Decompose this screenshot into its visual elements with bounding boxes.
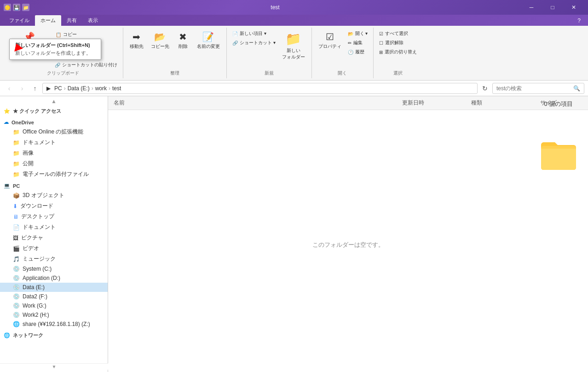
sidebar-item-attachments-od[interactable]: 📁 電子メールの添付ファイル [0, 169, 108, 180]
breadcrumb-sep-1: › [64, 85, 66, 92]
ribbon-group-open: ☑ プロパティ 📂 開く ▾ ✏ 編集 🕐 履歴 [312, 28, 374, 78]
maximize-button[interactable]: □ [542, 0, 563, 15]
sidebar-scroll-down[interactable]: ▼ [0, 363, 108, 370]
3d-icon: 📦 [13, 192, 20, 199]
new-folder-button[interactable]: 📁 新しいフォルダー [279, 29, 308, 62]
folder-icon-4: 📁 [13, 171, 20, 178]
move-button[interactable]: ➡ 移動先 [127, 29, 146, 52]
sidebar-item-desktop[interactable]: 🖥 デスクトップ [0, 211, 108, 222]
sidebar-item-data2-f[interactable]: 💿 Data2 (F:) [0, 292, 108, 301]
edit-icon: ✏ [348, 41, 352, 46]
network-icon: 🌐 [4, 332, 10, 338]
rename-button[interactable]: 📝 名前の変更 [194, 29, 223, 52]
breadcrumb-item-3[interactable]: work [95, 85, 107, 92]
sidebar-item-music[interactable]: 🎵 ミュージック [0, 254, 108, 264]
tab-file[interactable]: ファイル [4, 15, 35, 26]
select-none-button[interactable]: ☐ 選択解除 [377, 39, 419, 47]
select-all-button[interactable]: ☑ すべて選択 [377, 29, 419, 38]
copy-to-button[interactable]: 📂 コピー先 [148, 29, 172, 52]
edit-button[interactable]: ✏ 編集 [346, 39, 370, 47]
sidebar-scroll-up[interactable]: ▲ [0, 98, 108, 105]
refresh-button[interactable]: ↻ [479, 83, 490, 94]
search-box[interactable]: 🔍 [492, 83, 584, 94]
pc-icon: 💻 [4, 183, 10, 189]
sidebar-item-videos[interactable]: 🎬 ビデオ [0, 243, 108, 254]
onedrive-item-0: Office Online の拡張機能 [23, 128, 83, 136]
sidebar-item-work-g[interactable]: 💿 Work (G:) [0, 301, 108, 310]
breadcrumb-item-1[interactable]: PC [54, 85, 62, 92]
sidebar-item-data-e[interactable]: 💿 Data (E:) [0, 283, 108, 292]
new-item-button[interactable]: 📄 新しい項目 ▾ [231, 29, 277, 38]
sidebar-item-3d[interactable]: 📦 3D オブジェクト [0, 190, 108, 201]
copy-button[interactable]: 📋 コピー [53, 29, 119, 40]
new-items: 📄 新しい項目 ▾ 🔗 ショートカット ▾ 📁 新しいフォルダー [231, 29, 308, 69]
properties-label: プロパティ [318, 43, 341, 50]
sidebar-item-downloads[interactable]: ⬇ ダウンロード [0, 201, 108, 211]
sidebar-item-pictures-od[interactable]: 📁 画像 [0, 148, 108, 158]
properties-button[interactable]: ☑ プロパティ [316, 29, 344, 52]
col-header-type[interactable]: 種類 [469, 98, 538, 108]
copy-label: コピー [63, 31, 77, 38]
sidebar-item-pictures-pc[interactable]: 🖼 ピクチャ [0, 232, 108, 243]
ribbon-tab-bar: ファイル ホーム 共有 表示 ? [0, 15, 588, 26]
onedrive-item-2: 画像 [23, 149, 34, 157]
sidebar-item-share-z[interactable]: 🌐 share (¥¥192.168.1.18) (Z:) [0, 320, 108, 329]
sidebar-item-work2-h[interactable]: 💿 Work2 (H:) [0, 310, 108, 320]
delete-icon: ✖ [179, 31, 187, 42]
pc-item-0: 3D オブジェクト [23, 192, 64, 199]
col-header-name[interactable]: 名前 [112, 98, 400, 108]
breadcrumb-item-2[interactable]: Data (E:) [68, 85, 90, 92]
new-label: 新規 [265, 69, 274, 76]
breadcrumb-item-4[interactable]: test [112, 85, 121, 92]
forward-button[interactable]: › [17, 83, 28, 94]
select-none-label: 選択解除 [385, 40, 404, 46]
sidebar-quick-access[interactable]: ⭐ ★ クイック アクセス [0, 106, 108, 116]
pc-item-7: System (C:) [23, 266, 52, 272]
shortcut-button[interactable]: 🔗 ショートカット ▾ [231, 39, 277, 47]
tab-share[interactable]: 共有 [61, 15, 82, 26]
shortcut-paste-button[interactable]: 🔗 ショートカットの貼り付け [53, 61, 119, 69]
desktop-icon: 🖥 [13, 214, 18, 220]
history-button[interactable]: 🕐 履歴 [346, 48, 370, 56]
ribbon-help-button[interactable]: ? [574, 16, 584, 26]
up-button[interactable]: ↑ [29, 83, 40, 94]
sidebar-item-office-online[interactable]: 📁 Office Online の拡張機能 [0, 127, 108, 137]
onedrive-icon: ☁ [4, 119, 9, 125]
invert-icon: ⊞ [379, 50, 383, 55]
edit-label: 編集 [353, 40, 363, 46]
properties-icon: ☑ [326, 31, 334, 42]
back-button[interactable]: ‹ [4, 83, 15, 94]
sidebar-item-documents-od[interactable]: 📁 ドキュメント [0, 137, 108, 148]
new-item-icon: 📄 [232, 31, 238, 36]
music-icon: 🎵 [13, 256, 20, 262]
invert-button[interactable]: ⊞ 選択の切り替え [377, 48, 419, 56]
sidebar-onedrive[interactable]: ☁ OneDrive [0, 118, 108, 127]
close-button[interactable]: ✕ [563, 0, 584, 15]
ribbon-group-new: 📄 新しい項目 ▾ 🔗 ショートカット ▾ 📁 新しいフォルダー 新規 [227, 28, 312, 78]
breadcrumb[interactable]: ▶ PC › Data (E:) › work › test [42, 83, 478, 94]
pc-item-6: ミュージック [23, 255, 56, 263]
tab-view[interactable]: 表示 [82, 15, 104, 26]
drive-g-icon: 💿 [13, 302, 20, 309]
ribbon-content: 新しいフォルダー (Ctrl+Shift+N) 新しいフォルダーを作成します。 … [0, 26, 588, 80]
onedrive-item-3: 公開 [23, 160, 34, 168]
breadcrumb-sep-3: › [109, 85, 110, 92]
folder-icon-2: 📁 [13, 150, 20, 157]
open-col: 📂 開く ▾ ✏ 編集 🕐 履歴 [346, 29, 370, 56]
minimize-button[interactable]: ─ [521, 0, 542, 15]
search-input[interactable] [496, 85, 573, 92]
col-header-date[interactable]: 更新日時 [400, 98, 469, 108]
copy-to-icon: 📂 [154, 31, 166, 42]
open-button[interactable]: 📂 開く ▾ [346, 29, 370, 38]
sidebar-pc[interactable]: 💻 PC [0, 181, 108, 190]
sidebar-item-documents-pc[interactable]: 📄 ドキュメント [0, 222, 108, 232]
tab-home[interactable]: ホーム [35, 15, 61, 26]
sidebar-item-application-d[interactable]: 💿 Application (D:) [0, 273, 108, 283]
new-folder-label: 新しいフォルダー [282, 47, 305, 60]
ribbon-group-organize: ➡ 移動先 📂 コピー先 ✖ 削除 📝 名前の変更 整理 [123, 28, 227, 78]
sidebar-item-system-c[interactable]: 💿 System (C:) [0, 264, 108, 273]
delete-button[interactable]: ✖ 削除 [174, 29, 192, 52]
quick-access-label: ★ クイック アクセス [13, 108, 61, 115]
sidebar-item-public-od[interactable]: 📁 公開 [0, 158, 108, 169]
sidebar-network[interactable]: 🌐 ネットワーク [0, 331, 108, 340]
